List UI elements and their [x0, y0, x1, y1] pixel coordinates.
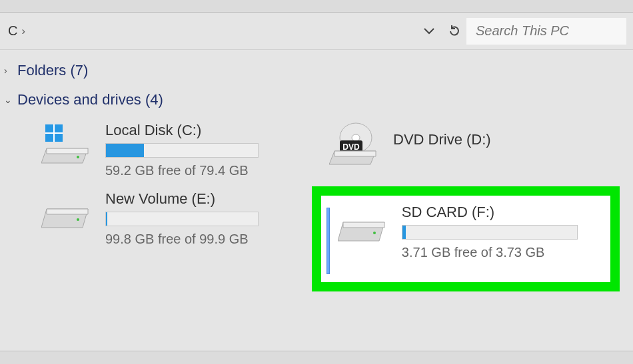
history-dropdown[interactable]	[422, 25, 436, 38]
search-input[interactable]	[466, 18, 626, 45]
svg-point-6	[77, 218, 79, 221]
content-area: › Folders (7) ⌄ Devices and drives (4)	[0, 50, 633, 291]
drive-free-text: 3.71 GB free of 3.73 GB	[402, 245, 578, 260]
section-devices-label: Devices and drives (4)	[17, 91, 163, 108]
dvd-drive-icon: DVD	[329, 122, 381, 168]
hdd-icon	[338, 204, 390, 250]
chevron-right-icon: ›	[4, 65, 16, 76]
storage-bar	[105, 143, 259, 158]
hdd-icon	[41, 190, 93, 237]
drive-free-text: 59.2 GB free of 79.4 GB	[105, 163, 303, 178]
chevron-down-icon: ⌄	[4, 94, 16, 105]
drive-sd-card-f[interactable]: SD CARD (F:) 3.71 GB free of 3.73 GB	[338, 204, 578, 260]
nav-controls	[422, 25, 461, 38]
drive-dvd-d[interactable]: DVD DVD Drive (D:)	[322, 118, 597, 182]
svg-text:DVD: DVD	[342, 142, 360, 152]
drive-name: DVD Drive (D:)	[393, 131, 590, 148]
section-devices[interactable]: ⌄ Devices and drives (4)	[0, 79, 633, 108]
drive-local-disk-c[interactable]: Local Disk (C:) 59.2 GB free of 79.4 GB	[35, 118, 309, 182]
svg-point-1	[77, 156, 79, 158]
drives-grid: Local Disk (C:) 59.2 GB free of 79.4 GB …	[0, 108, 633, 291]
drive-name: SD CARD (F:)	[402, 204, 578, 221]
chevron-right-icon: ›	[21, 25, 25, 37]
highlighted-sd-card: SD CARD (F:) 3.71 GB free of 3.73 GB	[312, 186, 620, 291]
hdd-windows-icon	[41, 122, 93, 168]
refresh-button[interactable]	[448, 25, 461, 38]
drive-name: Local Disk (C:)	[105, 122, 303, 139]
svg-point-3	[352, 134, 360, 141]
storage-bar	[402, 225, 578, 240]
drive-name: New Volume (E:)	[105, 190, 292, 208]
breadcrumb-label: C	[8, 23, 17, 39]
drive-new-volume-e[interactable]: New Volume (E:) 99.8 GB free of 99.9 GB	[35, 186, 299, 291]
storage-bar	[105, 212, 259, 226]
section-folders[interactable]: › Folders (7)	[0, 50, 633, 79]
explorer-window: C › › Folders (7) ⌄ Devices and drives (…	[0, 12, 633, 351]
section-folders-label: Folders (7)	[17, 62, 88, 79]
selection-indicator	[326, 208, 330, 274]
drive-free-text: 99.8 GB free of 99.9 GB	[105, 232, 292, 247]
address-bar: C ›	[0, 13, 633, 50]
svg-point-7	[373, 232, 376, 234]
breadcrumb[interactable]: C ›	[3, 18, 417, 45]
